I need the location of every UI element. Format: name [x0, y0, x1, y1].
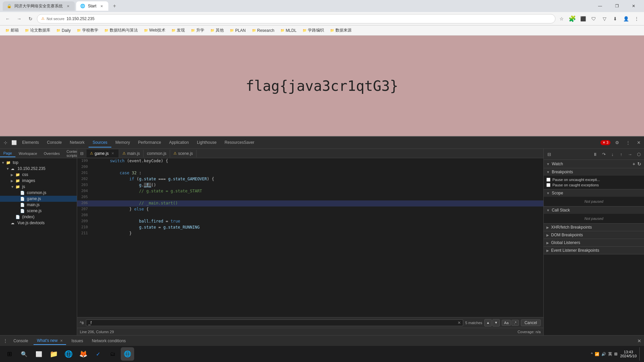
- bookmark-7[interactable]: 📁 发现: [169, 27, 187, 34]
- taskbar-search-button[interactable]: 🔍: [17, 347, 31, 361]
- bookmark-6[interactable]: 📁 Web技术: [141, 27, 168, 34]
- tree-item-common-js[interactable]: ▶ 📄 common.js: [0, 190, 77, 196]
- bookmark-13[interactable]: 📁 学路编织: [300, 27, 327, 34]
- regex-button[interactable]: .*: [512, 320, 519, 326]
- taskbar-edge[interactable]: 🌐: [62, 347, 75, 361]
- back-button[interactable]: ←: [3, 14, 13, 24]
- file-tree-tab-workspace[interactable]: Workspace: [15, 150, 41, 157]
- taskbar-task-view[interactable]: ⬜: [32, 347, 46, 361]
- tree-item-main-js[interactable]: ▶ 📄 main.js: [0, 202, 77, 208]
- tree-item-server[interactable]: ▼ ☁ 10.150.252.235: [0, 166, 77, 172]
- minimize-button[interactable]: —: [592, 1, 608, 11]
- address-bar[interactable]: ⚠ Not secure 10.150.252.235: [37, 14, 555, 23]
- tab-application[interactable]: Application: [165, 138, 193, 147]
- taskbar-files[interactable]: 🗂: [106, 347, 119, 361]
- bookmark-10[interactable]: 📁 PLAN: [227, 27, 248, 34]
- bookmark-14[interactable]: 📁 数据来源: [327, 27, 354, 34]
- shield-button[interactable]: 🛡: [589, 14, 598, 23]
- code-tab-game-js-close[interactable]: ✕: [110, 151, 115, 156]
- bottom-tab-console[interactable]: Console: [10, 337, 32, 345]
- taskbar-start-button[interactable]: ⊞: [3, 347, 16, 361]
- bookmark-1[interactable]: 📁 邮箱: [3, 27, 21, 34]
- new-tab-button[interactable]: +: [110, 1, 119, 11]
- bookmark-9[interactable]: 📁 其他: [208, 27, 226, 34]
- watch-refresh-button[interactable]: ↻: [637, 161, 641, 167]
- bottom-more-options[interactable]: ⋮: [3, 338, 8, 344]
- bookmark-11[interactable]: 📁 Research: [249, 27, 277, 34]
- bookmark-8[interactable]: 📁 升学: [188, 27, 207, 34]
- xhr-breakpoints-header[interactable]: ▶ XHR/fetch Breakpoints: [544, 224, 644, 231]
- bookmark-3[interactable]: 📁 Daily: [54, 27, 73, 34]
- tab-performance[interactable]: Performance: [134, 138, 165, 147]
- taskbar-explorer[interactable]: 📁: [47, 347, 60, 361]
- inspect-element-button[interactable]: ⊹: [1, 139, 9, 147]
- search-next-button[interactable]: ▼: [492, 319, 500, 326]
- code-tab-common-js[interactable]: common.js: [144, 150, 170, 157]
- tab-network[interactable]: Network: [66, 138, 89, 147]
- step-button[interactable]: →: [626, 150, 634, 158]
- tab-sources[interactable]: Sources: [89, 138, 111, 147]
- tree-item-game-js[interactable]: ▶ 📄 game.js: [0, 196, 77, 202]
- bottom-tab-issues[interactable]: Issues: [68, 337, 87, 345]
- whats-new-close[interactable]: ✕: [60, 339, 63, 343]
- device-toolbar-button[interactable]: ⬜: [10, 139, 18, 147]
- tab1-close[interactable]: ✕: [65, 3, 71, 9]
- close-button[interactable]: ✕: [626, 1, 641, 11]
- tab-memory[interactable]: Memory: [111, 138, 134, 147]
- ime-language[interactable]: 英: [608, 351, 612, 357]
- step-into-button[interactable]: ↓: [608, 150, 616, 158]
- taskbar-todo[interactable]: ✓: [91, 347, 105, 361]
- tab-elements[interactable]: Elements: [18, 138, 43, 147]
- devtools-close-button[interactable]: ✕: [635, 139, 643, 147]
- show-desktop-button[interactable]: [639, 347, 641, 361]
- tree-item-scene-js[interactable]: ▶ 📄 scene.js: [0, 208, 77, 214]
- watch-add-button[interactable]: +: [633, 161, 635, 167]
- bookmark-5[interactable]: 📁 数据结构与算法: [102, 27, 141, 34]
- global-listeners-header[interactable]: ▶ Global Listeners: [544, 239, 644, 246]
- bottom-tab-network-conditions[interactable]: Network conditions: [89, 337, 129, 345]
- tree-item-top[interactable]: ▼ 📁 top: [0, 160, 77, 166]
- filter-button[interactable]: ▽: [600, 14, 609, 23]
- forward-button[interactable]: →: [14, 14, 24, 24]
- sources-sidebar-toggle[interactable]: ⊟: [77, 149, 87, 158]
- bookmark-4[interactable]: 📁 学校教学: [74, 27, 101, 34]
- file-tree-tab-page[interactable]: Page: [0, 150, 15, 157]
- search-clear-button[interactable]: ✕: [458, 320, 461, 325]
- tab-console[interactable]: Console: [43, 138, 66, 147]
- extensions-button[interactable]: 🧩: [568, 14, 577, 23]
- tab-1[interactable]: 🔒 同济大学网络安全竞赛系统 ✕: [3, 1, 75, 11]
- tree-item-images[interactable]: ▶ 📁 images: [0, 178, 77, 184]
- tree-item-css[interactable]: ▶ 📁 css: [0, 172, 77, 178]
- taskbar-firefox[interactable]: 🦊: [76, 347, 90, 361]
- breakpoint-uncaught-checkbox[interactable]: [546, 178, 550, 182]
- step-out-button[interactable]: ↑: [617, 150, 625, 158]
- save-button[interactable]: ⬇: [610, 14, 620, 23]
- pause-script-button[interactable]: ⏸: [591, 150, 599, 158]
- event-listener-header[interactable]: ▶ Event Listener Breakpoints: [544, 247, 644, 254]
- file-tree-tab-content-scripts[interactable]: Content scripts: [63, 149, 77, 159]
- breakpoint-caught-checkbox[interactable]: [546, 183, 550, 187]
- devtools-settings-button[interactable]: ⚙: [613, 139, 621, 147]
- tab2-close[interactable]: ✕: [99, 3, 104, 9]
- bottom-close-drawer[interactable]: ✕: [637, 338, 641, 344]
- maximize-button[interactable]: ❐: [609, 1, 625, 11]
- adblock-button[interactable]: ⬛: [578, 14, 588, 23]
- code-tab-scene-js[interactable]: ⚠ scene.js: [170, 150, 197, 157]
- network-icon[interactable]: 📶: [595, 352, 599, 356]
- devtools-more-button[interactable]: ⋮: [624, 139, 632, 147]
- system-clock[interactable]: 13:43 2024/5/10: [620, 350, 637, 358]
- code-tab-main-js[interactable]: ⚠ main.js: [119, 150, 144, 157]
- tab-lighthouse[interactable]: Lighthouse: [193, 138, 221, 147]
- refresh-button[interactable]: ↻: [25, 14, 36, 24]
- bookmark-2[interactable]: 📁 论文数据库: [22, 27, 53, 34]
- search-cancel-button[interactable]: Cancel: [521, 319, 541, 326]
- breakpoints-section-header[interactable]: ▼ Breakpoints: [544, 168, 644, 176]
- bottom-tab-whats-new[interactable]: What's new ✕: [34, 337, 66, 345]
- bookmark-star-button[interactable]: ☆: [557, 14, 566, 23]
- search-prev-button[interactable]: ▲: [484, 319, 492, 326]
- profile-button[interactable]: 👤: [621, 14, 631, 23]
- watch-section-header[interactable]: ▼ Watch + ↻: [544, 160, 644, 168]
- step-over-button[interactable]: ↷: [600, 150, 608, 158]
- tab-resources-saver[interactable]: ResourcesSaver: [221, 138, 259, 147]
- call-stack-section-header[interactable]: ▼ Call Stack: [544, 206, 644, 214]
